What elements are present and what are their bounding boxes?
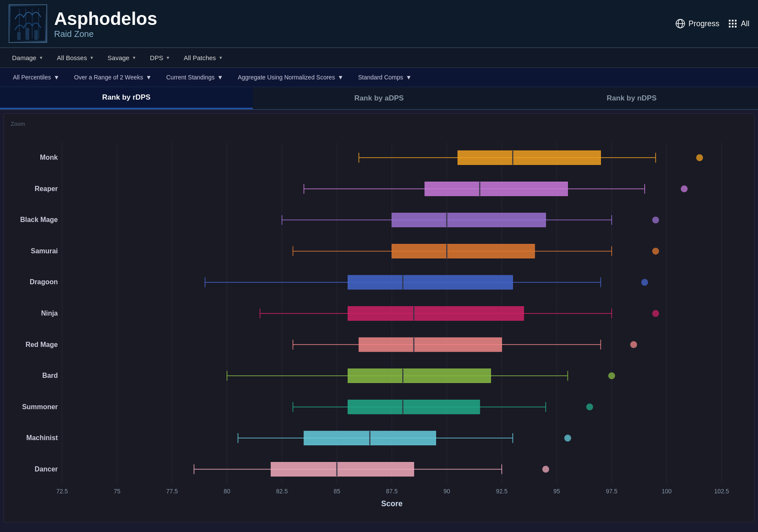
box-plot-chart: 72.57577.58082.58587.59092.59597.5100102… <box>11 129 747 515</box>
globe-icon <box>676 19 685 28</box>
svg-rect-100 <box>348 369 491 383</box>
percentiles-filter[interactable]: All Percentiles ▼ <box>7 71 66 83</box>
svg-text:Black Mage: Black Mage <box>20 216 58 223</box>
zone-name: Asphodelos <box>54 9 157 29</box>
patches-filter[interactable]: All Patches ▼ <box>179 52 228 64</box>
svg-rect-11 <box>729 20 731 21</box>
svg-text:Ninja: Ninja <box>41 310 58 317</box>
bosses-arrow: ▼ <box>90 55 94 60</box>
svg-rect-13 <box>735 20 737 21</box>
rank-tabs: Rank by rDPS Rank by aDPS Rank by nDPS <box>0 87 758 110</box>
svg-rect-6 <box>26 28 29 40</box>
standings-filter[interactable]: Current Standings ▼ <box>160 71 229 83</box>
svg-text:77.5: 77.5 <box>166 488 178 495</box>
svg-text:Dancer: Dancer <box>35 465 58 473</box>
dps-filter[interactable]: DPS ▼ <box>145 52 175 64</box>
svg-point-88 <box>652 310 659 317</box>
percentiles-arrow: ▼ <box>54 74 60 81</box>
progress-button[interactable]: Progress <box>676 19 719 28</box>
svg-rect-107 <box>348 400 480 414</box>
svg-text:Score: Score <box>381 499 403 508</box>
svg-point-123 <box>542 466 549 473</box>
svg-text:95: 95 <box>553 488 560 495</box>
svg-text:Samurai: Samurai <box>31 247 58 255</box>
aggregate-filter[interactable]: Aggregate Using Normalized Scores ▼ <box>232 71 349 83</box>
svg-rect-19 <box>735 26 737 27</box>
svg-rect-15 <box>732 23 734 24</box>
tab-adps[interactable]: Rank by aDPS <box>253 87 506 109</box>
svg-text:Dragoon: Dragoon <box>30 278 58 286</box>
svg-rect-17 <box>729 26 731 27</box>
svg-text:Monk: Monk <box>40 154 58 161</box>
svg-rect-18 <box>732 26 734 27</box>
bosses-filter[interactable]: All Bosses ▼ <box>52 52 99 64</box>
all-button[interactable]: All <box>728 19 749 28</box>
chart-area: Zoom 72.57577.58082.58587.59092.59597.51… <box>3 113 755 523</box>
comps-arrow: ▼ <box>406 74 412 81</box>
comps-filter[interactable]: Standard Comps ▼ <box>352 71 418 83</box>
progress-label: Progress <box>688 19 719 28</box>
svg-text:Bard: Bard <box>42 372 58 379</box>
svg-point-81 <box>641 279 648 286</box>
header-title: Asphodelos Raid Zone <box>54 9 157 39</box>
zone-type: Raid Zone <box>54 29 157 39</box>
chart-container: 72.57577.58082.58587.59092.59597.5100102… <box>11 129 747 515</box>
page-header: Asphodelos Raid Zone Progress <box>0 0 758 48</box>
svg-rect-65 <box>392 213 546 227</box>
grid-icon <box>728 19 737 28</box>
svg-text:92.5: 92.5 <box>496 488 507 495</box>
aggregate-arrow: ▼ <box>337 74 343 81</box>
all-label: All <box>741 19 749 28</box>
svg-text:72.5: 72.5 <box>56 488 68 495</box>
svg-point-60 <box>681 185 688 192</box>
svg-text:75: 75 <box>114 488 121 495</box>
svg-text:85: 85 <box>334 488 340 495</box>
svg-point-67 <box>652 216 659 223</box>
svg-rect-12 <box>732 20 734 21</box>
patches-arrow: ▼ <box>218 55 223 60</box>
svg-rect-93 <box>359 337 502 352</box>
damage-arrow: ▼ <box>39 55 43 60</box>
svg-text:80: 80 <box>224 488 230 495</box>
svg-text:100: 100 <box>661 488 672 495</box>
savage-filter[interactable]: Savage ▼ <box>103 52 142 64</box>
damage-filter[interactable]: Damage ▼ <box>7 52 49 64</box>
svg-rect-86 <box>348 307 524 321</box>
svg-rect-16 <box>735 23 737 24</box>
filterbar: All Percentiles ▼ Over a Range of 2 Week… <box>0 68 758 87</box>
tab-ndps[interactable]: Rank by nDPS <box>505 87 758 109</box>
svg-rect-51 <box>458 151 601 165</box>
toolbar: Damage ▼ All Bosses ▼ Savage ▼ DPS ▼ All… <box>0 48 758 68</box>
svg-point-109 <box>586 404 593 410</box>
svg-rect-58 <box>425 182 568 196</box>
svg-text:97.5: 97.5 <box>606 488 617 495</box>
zone-icon <box>9 4 47 43</box>
svg-text:102.5: 102.5 <box>714 488 729 495</box>
range-filter[interactable]: Over a Range of 2 Weeks ▼ <box>68 71 158 83</box>
header-left: Asphodelos Raid Zone <box>9 4 157 43</box>
svg-rect-79 <box>348 275 513 289</box>
svg-point-102 <box>608 372 615 379</box>
tab-rdps[interactable]: Rank by rDPS <box>0 87 253 109</box>
standings-arrow: ▼ <box>217 74 223 81</box>
svg-rect-72 <box>392 244 535 258</box>
svg-rect-5 <box>17 32 21 40</box>
svg-rect-14 <box>729 23 731 24</box>
svg-point-116 <box>564 435 571 441</box>
svg-text:87.5: 87.5 <box>386 488 397 495</box>
svg-text:Summoner: Summoner <box>22 403 58 410</box>
header-right: Progress All <box>676 19 749 28</box>
svg-text:Red Mage: Red Mage <box>25 341 58 348</box>
svg-rect-7 <box>34 30 38 40</box>
zoom-label: Zoom <box>11 121 747 127</box>
savage-arrow: ▼ <box>132 55 136 60</box>
svg-text:Machinist: Machinist <box>26 434 58 441</box>
svg-text:82.5: 82.5 <box>276 488 288 495</box>
svg-point-53 <box>696 154 703 161</box>
dps-arrow: ▼ <box>166 55 170 60</box>
svg-point-74 <box>652 248 659 255</box>
svg-point-95 <box>630 341 637 348</box>
range-arrow: ▼ <box>146 74 152 81</box>
svg-rect-121 <box>271 462 414 477</box>
svg-text:Reaper: Reaper <box>35 185 58 192</box>
